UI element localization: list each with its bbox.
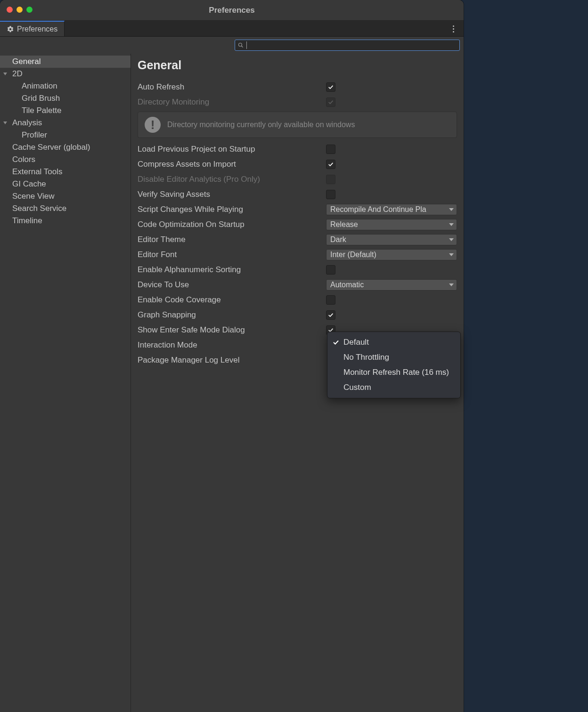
row-code-optimization: Code Optimization On Startup Release xyxy=(138,217,457,232)
row-script-changes: Script Changes While Playing Recompile A… xyxy=(138,202,457,217)
titlebar: Preferences xyxy=(0,0,464,21)
tab-label: Preferences xyxy=(17,25,57,33)
verify-saving-checkbox[interactable] xyxy=(326,190,335,199)
tab-menu-button[interactable] xyxy=(449,24,458,34)
search-icon xyxy=(238,42,244,48)
row-editor-font: Editor Font Inter (Default) xyxy=(138,247,457,262)
sidebar-item-profiler[interactable]: Profiler xyxy=(0,129,131,141)
sidebar-item-gi-cache[interactable]: GI Cache xyxy=(0,178,131,190)
popup-option-custom[interactable]: Custom xyxy=(327,380,460,395)
window-title: Preferences xyxy=(209,6,254,15)
chevron-down-icon xyxy=(449,283,454,286)
alpha-sort-checkbox[interactable] xyxy=(326,265,335,275)
script-changes-dropdown[interactable]: Recompile And Continue Pla xyxy=(326,204,457,215)
search-field[interactable] xyxy=(235,40,460,51)
row-editor-theme: Editor Theme Dark xyxy=(138,232,457,247)
row-verify-saving: Verify Saving Assets xyxy=(138,187,457,202)
sidebar-item-analysis[interactable]: Analysis xyxy=(0,117,131,129)
page-title: General xyxy=(138,58,457,72)
device-dropdown[interactable]: Automatic xyxy=(326,279,457,291)
chevron-down-icon xyxy=(449,223,454,226)
popup-option-no-throttling[interactable]: No Throttling xyxy=(327,350,460,365)
text-caret xyxy=(246,41,247,49)
code-coverage-checkbox[interactable] xyxy=(326,295,335,305)
triangle-down-icon xyxy=(3,72,8,76)
sidebar-item-timeline[interactable]: Timeline xyxy=(0,215,131,227)
row-disable-analytics: Disable Editor Analytics (Pro Only) xyxy=(138,172,457,187)
interaction-mode-popup: Default No Throttling Monitor Refresh Ra… xyxy=(327,332,461,398)
row-compress-assets: Compress Assets on Import xyxy=(138,157,457,172)
load-previous-checkbox[interactable] xyxy=(326,145,335,154)
compress-assets-checkbox[interactable] xyxy=(326,160,335,169)
gear-icon xyxy=(7,25,14,33)
chevron-down-icon xyxy=(449,208,454,211)
sidebar: General 2D Animation Grid Brush Tile Pal… xyxy=(0,54,131,712)
svg-point-0 xyxy=(239,43,242,47)
sidebar-item-colors[interactable]: Colors xyxy=(0,154,131,166)
disable-analytics-checkbox xyxy=(326,175,335,184)
directory-monitoring-checkbox xyxy=(326,97,335,107)
editor-theme-dropdown[interactable]: Dark xyxy=(326,234,457,245)
row-code-coverage: Enable Code Coverage xyxy=(138,292,457,307)
row-device: Device To Use Automatic xyxy=(138,277,457,292)
sidebar-item-tile-palette[interactable]: Tile Palette xyxy=(0,105,131,117)
sidebar-item-animation[interactable]: Animation xyxy=(0,80,131,92)
search-row xyxy=(0,37,464,54)
minimize-window-button[interactable] xyxy=(16,7,23,13)
triangle-down-icon xyxy=(3,121,8,125)
search-input[interactable] xyxy=(250,42,457,49)
sidebar-item-scene-view[interactable]: Scene View xyxy=(0,190,131,202)
graph-snapping-checkbox[interactable] xyxy=(326,310,335,320)
tab-bar: Preferences xyxy=(0,21,464,37)
popup-option-monitor-refresh[interactable]: Monitor Refresh Rate (16 ms) xyxy=(327,365,460,380)
info-icon: ! xyxy=(145,117,161,133)
info-text: Directory monitoring currently only avai… xyxy=(167,121,355,129)
info-box: ! Directory monitoring currently only av… xyxy=(138,112,457,138)
editor-font-dropdown[interactable]: Inter (Default) xyxy=(326,249,457,260)
sidebar-item-2d[interactable]: 2D xyxy=(0,68,131,80)
zoom-window-button[interactable] xyxy=(26,7,33,13)
row-load-previous: Load Previous Project on Startup xyxy=(138,142,457,157)
tab-preferences[interactable]: Preferences xyxy=(0,21,65,36)
sidebar-item-general[interactable]: General xyxy=(0,56,131,68)
close-window-button[interactable] xyxy=(7,7,13,13)
row-directory-monitoring: Directory Monitoring xyxy=(138,95,457,110)
svg-line-1 xyxy=(242,46,243,48)
code-optimization-dropdown[interactable]: Release xyxy=(326,219,457,230)
popup-option-default[interactable]: Default xyxy=(327,335,460,350)
row-alpha-sort: Enable Alphanumeric Sorting xyxy=(138,262,457,277)
row-auto-refresh: Auto Refresh xyxy=(138,80,457,95)
window-controls xyxy=(7,7,33,13)
row-graph-snapping: Graph Snapping xyxy=(138,307,457,323)
auto-refresh-checkbox[interactable] xyxy=(326,82,335,92)
check-icon xyxy=(332,339,340,346)
chevron-down-icon xyxy=(449,253,454,256)
sidebar-item-grid-brush[interactable]: Grid Brush xyxy=(0,92,131,105)
chevron-down-icon xyxy=(449,238,454,241)
sidebar-item-search-service[interactable]: Search Service xyxy=(0,202,131,215)
sidebar-item-cache-server[interactable]: Cache Server (global) xyxy=(0,141,131,154)
sidebar-item-external-tools[interactable]: External Tools xyxy=(0,166,131,178)
